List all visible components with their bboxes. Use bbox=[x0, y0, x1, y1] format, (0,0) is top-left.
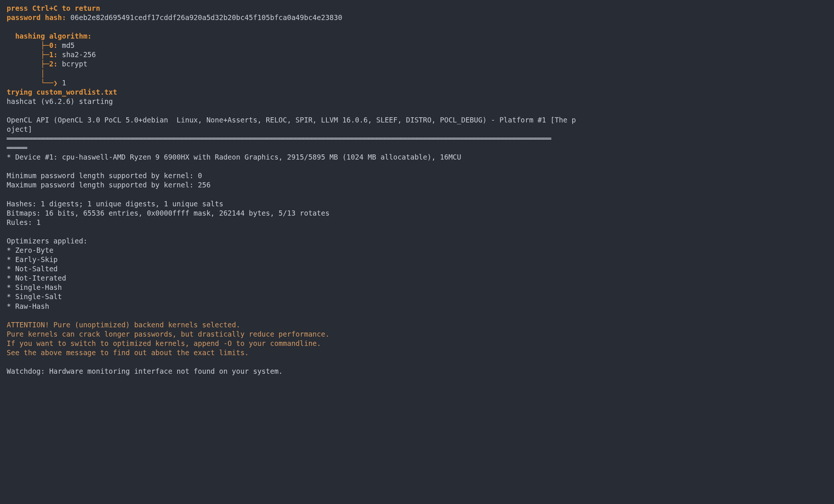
algo-index-2: 2: bbox=[49, 60, 58, 68]
algo-index-0: 0: bbox=[49, 41, 58, 49]
tree-branch-icon: ├─ bbox=[7, 41, 49, 49]
algo-name-sha2: sha2-256 bbox=[58, 50, 96, 59]
ctrlc-hint: press Ctrl+C to return bbox=[7, 4, 100, 12]
rules-info: Rules: 1 bbox=[7, 218, 827, 227]
optimizer-item: * Single-Salt bbox=[7, 292, 827, 301]
opencl-api-line1: OpenCL API (OpenCL 3.0 PoCL 5.0+debian L… bbox=[7, 115, 827, 125]
optimizer-item: * Early-Skip bbox=[7, 255, 827, 264]
opencl-api-line2: oject] bbox=[7, 125, 827, 134]
bitmaps-info: Bitmaps: 16 bits, 65536 entries, 0x0000f… bbox=[7, 209, 827, 218]
optimizers-header: Optimizers applied: bbox=[7, 236, 827, 246]
password-hash-value: 06eb2e82d695491cedf17cddf26a920a5d32b20b… bbox=[66, 13, 342, 22]
hashes-info: Hashes: 1 digests; 1 unique digests, 1 u… bbox=[7, 199, 827, 209]
max-password-length: Maximum password length supported by ker… bbox=[7, 180, 827, 190]
algo-index-1: 1: bbox=[49, 50, 58, 59]
attention-line: If you want to switch to optimized kerne… bbox=[7, 339, 827, 348]
algo-input-value[interactable]: 1 bbox=[62, 79, 66, 87]
optimizer-item: * Raw-Hash bbox=[7, 302, 827, 311]
trying-wordlist: trying custom_wordlist.txt bbox=[7, 88, 117, 96]
prompt-arrow-icon: └──❯ bbox=[7, 79, 62, 87]
tree-pipe-icon: │ bbox=[7, 69, 45, 78]
password-hash-label: password hash: bbox=[7, 13, 66, 22]
horizontal-rule: ═════ bbox=[7, 143, 827, 153]
attention-line: Pure kernels can crack longer passwords,… bbox=[7, 330, 827, 339]
algo-name-bcrypt: bcrypt bbox=[58, 60, 87, 68]
terminal-output[interactable]: press Ctrl+C to returnpassword hash: 06e… bbox=[0, 0, 834, 504]
optimizer-item: * Single-Hash bbox=[7, 283, 827, 292]
horizontal-rule: ════════════════════════════════════════… bbox=[7, 134, 827, 143]
attention-line: ATTENTION! Pure (unoptimized) backend ke… bbox=[7, 320, 827, 330]
min-password-length: Minimum password length supported by ker… bbox=[7, 171, 827, 180]
hashcat-start: hashcat (v6.2.6) starting bbox=[7, 97, 827, 106]
device-info: * Device #1: cpu-haswell-AMD Ryzen 9 690… bbox=[7, 153, 827, 162]
optimizer-item: * Not-Iterated bbox=[7, 274, 827, 283]
optimizer-item: * Zero-Byte bbox=[7, 246, 827, 255]
watchdog-line: Watchdog: Hardware monitoring interface … bbox=[7, 367, 827, 376]
hash-algo-header: hashing algorithm: bbox=[7, 32, 92, 40]
algo-name-md5: md5 bbox=[58, 41, 75, 49]
optimizer-item: * Not-Salted bbox=[7, 264, 827, 274]
attention-line: See the above message to find out about … bbox=[7, 348, 827, 357]
tree-branch-icon: ├─ bbox=[7, 50, 49, 59]
tree-branch-icon: ├─ bbox=[7, 60, 49, 68]
